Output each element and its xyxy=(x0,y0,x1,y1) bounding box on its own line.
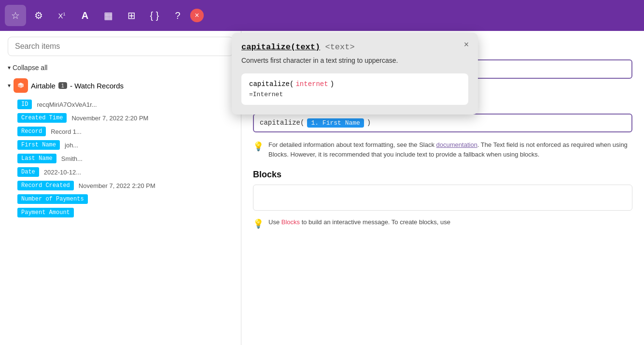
source-badge: 1 xyxy=(58,82,67,89)
field-row: IDrecqMiriA7OxVeA1r... xyxy=(17,100,233,109)
blocks-info-block: 💡 Use Blocks to build an interactive mes… xyxy=(253,217,632,229)
expand-icon: ▾ xyxy=(8,82,11,89)
field-tag[interactable]: Created Time xyxy=(17,113,67,123)
tooltip-desc: Converts first character in a text strin… xyxy=(241,56,468,66)
source-name: Airtable xyxy=(31,82,56,90)
gear-icon: ⚙ xyxy=(34,10,43,21)
collapse-label: Collapse all xyxy=(13,64,47,72)
superscript-button[interactable]: X1 xyxy=(51,5,72,26)
field-tag[interactable]: Date xyxy=(17,167,39,177)
example-post: ) xyxy=(330,80,334,88)
field-row: Record CreatedNovember 7, 2022 2:20 PM xyxy=(17,181,233,190)
docs-link[interactable]: documentation xyxy=(436,141,477,148)
fields-list: IDrecqMiriA7OxVeA1r...Created TimeNovemb… xyxy=(0,96,241,221)
info-icon: 💡 xyxy=(253,141,264,152)
tooltip-example: capitalize( internet ) =Internet xyxy=(241,73,468,105)
tooltip-close-paren: ) xyxy=(315,43,320,52)
field-value: recqMiriA7OxVeA1r... xyxy=(37,101,97,108)
field-value: November 7, 2022 2:20 PM xyxy=(79,182,155,189)
search-input[interactable] xyxy=(8,37,233,56)
code-button[interactable]: { } xyxy=(144,5,165,26)
field-value: 2022-10-12... xyxy=(44,169,81,176)
table-icon: ⊞ xyxy=(127,10,136,21)
field-value: joh... xyxy=(65,142,78,149)
tooltip-close-button[interactable]: × xyxy=(461,39,472,50)
blocks-info-text: Use Blocks to build an interactive messa… xyxy=(268,217,450,228)
superscript-icon: X1 xyxy=(58,12,65,20)
source-subtitle: - Watch Records xyxy=(70,82,124,90)
field-tag[interactable]: ID xyxy=(17,100,32,109)
tooltip-popup: × capitalize(text) <text> Converts first… xyxy=(232,33,478,115)
field-row: RecordRecord 1... xyxy=(17,127,233,136)
help-icon: ? xyxy=(175,10,180,21)
toolbar: ☆ ⚙ X1 A ▦ ⊞ { } ? × × capitalize(text) … xyxy=(0,0,644,31)
left-panel: Collapse all ▾ Airtable 1 - Watch Record… xyxy=(0,31,241,345)
star-icon: ☆ xyxy=(11,10,20,21)
field-value: November 7, 2022 2:20 PM xyxy=(71,115,148,122)
tooltip-param-underline: text xyxy=(295,43,315,52)
text-button[interactable]: A xyxy=(74,5,96,26)
airtable-icon xyxy=(14,78,28,93)
field-tag[interactable]: Number of Payments xyxy=(17,194,88,204)
field-row: First Namejoh... xyxy=(17,140,233,150)
field-tag[interactable]: First Name xyxy=(17,140,60,150)
field-row: Created TimeNovember 7, 2022 2:20 PM xyxy=(17,113,233,123)
example-pre: capitalize( xyxy=(249,80,294,88)
airtable-header: ▾ Airtable 1 - Watch Records xyxy=(0,75,241,96)
example-formula: capitalize( internet ) xyxy=(249,80,461,88)
field-row: Number of Payments xyxy=(17,194,233,204)
info-block: 💡 For detailed information about text fo… xyxy=(253,140,632,160)
field-tag[interactable]: Record Created xyxy=(17,181,74,190)
field-tag[interactable]: Last Name xyxy=(17,154,56,163)
formula-pre: capitalize( xyxy=(260,119,304,127)
table-button[interactable]: ⊞ xyxy=(121,5,142,26)
text-icon: A xyxy=(82,10,88,21)
blocks-input[interactable] xyxy=(253,185,632,211)
formula-chip: 1. First Name xyxy=(307,118,364,128)
example-result: =Internet xyxy=(249,91,461,98)
field-row: Payment Amount xyxy=(17,208,233,217)
close-button[interactable]: × xyxy=(190,9,204,22)
blocks-link[interactable]: Blocks xyxy=(281,218,300,226)
field-row: Date2022-10-12... xyxy=(17,167,233,177)
info-text: For detailed information about text form… xyxy=(268,140,632,160)
tooltip-title: capitalize(text) <text> xyxy=(241,43,468,52)
formula-bar: capitalize( 1. First Name ) xyxy=(253,114,632,132)
example-param: internet xyxy=(295,80,328,88)
field-value: Record 1... xyxy=(51,128,82,135)
blocks-info-icon: 💡 xyxy=(253,218,264,229)
star-button[interactable]: ☆ xyxy=(5,5,26,26)
gear-button[interactable]: ⚙ xyxy=(28,5,49,26)
help-button[interactable]: ? xyxy=(167,5,188,26)
field-tag[interactable]: Payment Amount xyxy=(17,208,74,217)
field-value: Smith... xyxy=(61,155,83,162)
tooltip-func: capitalize( xyxy=(241,43,295,52)
code-icon: { } xyxy=(150,10,159,21)
field-tag[interactable]: Record xyxy=(17,127,46,136)
calendar-button[interactable]: ▦ xyxy=(98,5,119,26)
blocks-label: Blocks xyxy=(253,170,632,180)
collapse-all-button[interactable]: Collapse all xyxy=(0,62,241,75)
calendar-icon: ▦ xyxy=(104,10,113,21)
formula-post: ) xyxy=(367,119,371,127)
tooltip-meta: <text> xyxy=(325,43,354,52)
field-row: Last NameSmith... xyxy=(17,154,233,163)
